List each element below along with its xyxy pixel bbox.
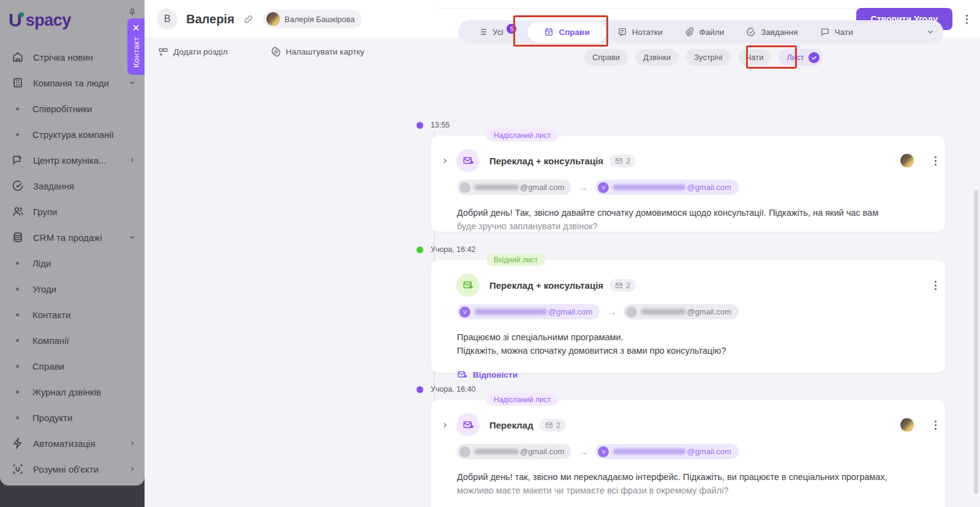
email-from-pill[interactable]: @gmail.com [457,444,571,459]
arrow-right-icon: → [607,307,616,317]
email-body: Добрий день! так, звісно ми перекладаємо… [431,459,945,497]
email-card: Надісланий лист Переклад + консультація … [431,135,945,232]
timeline-dot-incoming [417,246,423,253]
email-count: 2 [626,281,630,290]
email-type-badge: Надісланий лист [486,393,558,406]
tabbar-chevron-down-icon[interactable] [926,28,935,36]
assignee-name: Валерія Башкірова [285,15,355,24]
timeline-entry-meta: 13:55 [417,121,450,129]
contact-panel: ✕ Контакт В Валерія Валерія Башкірова Ст… [145,0,980,507]
email-domain: @gmail.com [687,307,731,316]
filter-chip-letter[interactable]: Лист [778,49,823,66]
modal-dim-overlay [0,0,145,507]
tab-activities-label: Справи [559,28,589,37]
timeline-entry-meta: Учора, 16:42 [417,245,476,254]
email-count-pill[interactable]: 2 [609,154,636,167]
tab-all[interactable]: Усі 5 [467,20,527,44]
email-body: Добрий день! Так, звісно давайте спочатк… [431,195,945,233]
expand-chevron-icon[interactable] [441,421,449,429]
reply-button[interactable]: Відповісти [457,370,945,380]
email-type-badge: Надісланий лист [486,129,558,142]
tab-tasks[interactable]: Завдання [735,20,809,44]
filter-chip-chats[interactable]: Чати [738,49,772,66]
email-card: Вхідний лист Переклад + консультація 2 V… [431,260,945,373]
entry-time: Учора, 16:42 [431,245,476,254]
body-line: буде зручно запланувати дзвінок? [457,219,921,233]
card-toolbar: Додати розділ Налаштувати картку [158,47,364,57]
email-from-pill[interactable]: @gmail.com [457,180,571,195]
tab-activities[interactable]: Справи [527,21,606,43]
email-body: Працюємо зі спеціальними програмами. Під… [431,319,945,357]
assignee-chip[interactable]: Валерія Башкірова [263,10,363,28]
email-domain: @gmail.com [687,183,731,192]
body-line: Підкажіть, можна спочатку домовитися з в… [457,344,921,357]
sent-mail-icon [456,413,480,436]
contact-panel-side-tab[interactable]: ✕ Контакт [127,18,145,75]
body-line: Працюємо зі спеціальними програмами. [457,330,921,344]
filter-chip-calls[interactable]: Дзвінки [635,49,679,66]
avatar [900,418,914,432]
close-icon[interactable]: ✕ [132,22,140,34]
card-more-icon[interactable] [935,156,937,166]
tab-notes[interactable]: Нотатки [606,20,674,44]
filter-chip-activities[interactable]: Справи [584,49,628,66]
vertical-scrollbar[interactable] [974,190,978,494]
activity-filters: Справи Дзвінки Зустрічі Чати Лист [584,49,823,66]
email-subject[interactable]: Переклад [489,420,533,430]
tab-tasks-label: Завдання [761,28,797,37]
body-line: можливо маєте макети чи тримаєте всі фра… [457,484,921,497]
app-root: U spacy Стрічка новин Компанія та люди [0,0,980,507]
avatar [900,154,914,167]
contact-avatar: В [157,9,178,29]
tab-notes-label: Нотатки [632,28,663,37]
email-subject[interactable]: Переклад + консультація [489,280,603,291]
card-more-icon[interactable] [935,421,937,430]
more-menu-icon[interactable] [966,15,968,24]
add-section-button[interactable]: Додати розділ [158,47,228,57]
email-addresses: @gmail.com → V@gmail.com [431,172,945,195]
filter-label: Дзвінки [643,53,671,62]
tab-all-label: Усі [492,28,503,37]
filter-chip-meetings[interactable]: Зустрічі [686,49,730,66]
filter-label: Лист [786,53,804,62]
incoming-mail-icon [456,273,480,297]
email-addresses: V@gmail.com → @gmail.com [431,297,945,319]
email-count-pill[interactable]: 2 [609,279,636,292]
email-to-pill[interactable]: V@gmail.com [595,180,738,195]
timeline-tabbar: Усі 5 Справи Нотатки Файли Завдання Ч [458,20,943,44]
copy-link-icon[interactable] [243,14,254,25]
email-domain: @gmail.com [520,183,564,192]
arrow-right-icon: → [579,446,588,457]
email-to-pill[interactable]: V@gmail.com [595,444,738,459]
email-to-pill[interactable]: @gmail.com [624,304,738,319]
email-count: 2 [556,421,560,430]
reply-label: Відповісти [473,370,518,379]
filter-label: Справи [592,53,620,62]
tab-chats-label: Чати [835,28,853,37]
email-from-pill[interactable]: V@gmail.com [457,304,600,319]
configure-card-button[interactable]: Налаштувати картку [271,47,364,57]
card-more-icon[interactable] [935,281,937,290]
tab-chats[interactable]: Чати [809,20,864,44]
email-type-badge: Вхідний лист [486,253,545,266]
tab-files[interactable]: Файли [674,20,736,44]
assignee-avatar [266,12,280,26]
email-domain: @gmail.com [520,447,564,456]
arrow-right-icon: → [579,182,588,193]
expand-chevron-icon[interactable] [441,157,449,165]
filter-label: Зустрічі [694,53,722,62]
email-subject[interactable]: Переклад + консультація [489,156,603,166]
configure-card-label: Налаштувати картку [286,47,364,56]
email-card: Надісланий лист Переклад 2 @gmail.com [431,400,945,507]
email-count-pill[interactable]: 2 [540,419,566,432]
email-domain: @gmail.com [548,307,592,316]
sent-mail-icon [456,149,480,172]
page-title: Валерія [186,12,235,26]
timeline-entry-meta: Учора, 16:40 [417,385,476,394]
email-addresses: @gmail.com → V@gmail.com [431,436,945,459]
email-domain: @gmail.com [687,447,731,456]
check-icon [809,52,820,63]
tab-files-label: Файли [699,28,725,37]
entry-time: 13:55 [431,121,450,129]
add-section-label: Додати розділ [173,47,228,56]
